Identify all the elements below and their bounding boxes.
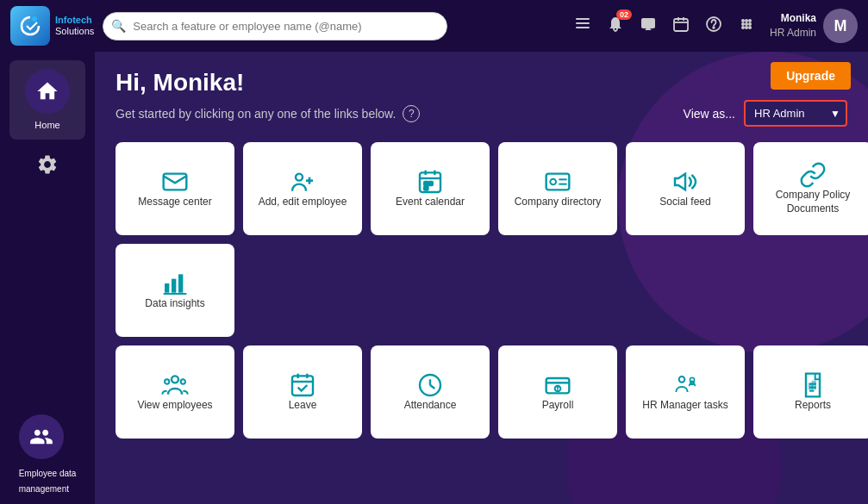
svg-point-0: [32, 16, 37, 22]
svg-point-18: [745, 26, 748, 29]
tile-label-data-insights: Data insights: [140, 297, 209, 311]
svg-rect-1: [576, 18, 590, 20]
svg-point-14: [741, 22, 745, 26]
employee-data-icon: [29, 425, 53, 449]
link-icon: [799, 161, 827, 189]
upgrade-button[interactable]: Upgrade: [771, 62, 851, 90]
home-icon-circle: [25, 69, 70, 114]
tile-label-reports: Reports: [790, 399, 836, 413]
tile-attendance[interactable]: Attendance: [371, 345, 490, 439]
sidebar-item-settings[interactable]: [29, 146, 66, 186]
notifications-icon[interactable]: 02: [606, 15, 625, 38]
logo: Infotech Solutions: [10, 6, 94, 46]
svg-rect-60: [813, 382, 815, 389]
logo-text: Infotech Solutions: [55, 15, 94, 37]
sidebar-item-employee-data[interactable]: Employee datamanagement: [19, 414, 77, 504]
megaphone-icon: [671, 168, 699, 196]
svg-rect-36: [172, 279, 176, 293]
svg-point-39: [172, 376, 178, 383]
tile-company-directory[interactable]: Company directory: [498, 142, 617, 235]
user-info: Monika HR Admin M: [770, 9, 858, 43]
search-input[interactable]: [103, 12, 447, 40]
bar-chart-icon: [161, 270, 189, 297]
sidebar-home-label: Home: [34, 119, 59, 131]
svg-point-54: [679, 376, 685, 383]
header: Infotech Solutions 🔍 02: [0, 0, 868, 52]
tiles-row-1: Message center Add, edit employee: [116, 142, 847, 235]
chat-icon[interactable]: [639, 15, 658, 38]
people-add-icon: [289, 168, 316, 196]
greeting-title: Hi, Monika!: [116, 69, 847, 96]
tile-leave[interactable]: Leave: [243, 345, 362, 439]
home-icon: [35, 79, 59, 103]
svg-rect-5: [674, 19, 688, 31]
svg-point-13: [748, 19, 752, 22]
subtitle-row: Get started by clicking on any one of th…: [116, 100, 847, 127]
tile-message-center[interactable]: Message center: [116, 142, 234, 235]
payroll-card-icon: [544, 371, 571, 399]
help-circle-icon[interactable]: ?: [403, 105, 420, 122]
svg-rect-42: [292, 376, 313, 396]
svg-rect-59: [809, 384, 812, 389]
tile-view-employees[interactable]: View employees: [116, 345, 234, 439]
svg-point-17: [741, 26, 745, 29]
tile-label-hr-manager-tasks: HR Manager tasks: [637, 399, 733, 413]
svg-point-12: [745, 19, 748, 22]
tile-event-calendar[interactable]: Event calendar: [371, 142, 490, 235]
svg-point-16: [748, 22, 752, 26]
svg-rect-37: [178, 275, 183, 293]
tiles-row-3: View employees Leave: [116, 345, 847, 439]
tile-label-company-directory: Company directory: [509, 196, 607, 209]
content-area: Hi, Monika! Get started by clicking on a…: [95, 52, 868, 504]
apps-icon[interactable]: [737, 15, 756, 38]
tile-add-edit-employee[interactable]: Add, edit employee: [243, 142, 362, 235]
tile-label-view-employees: View employees: [132, 399, 217, 413]
tile-label-event-calendar: Event calendar: [390, 196, 470, 209]
help-icon[interactable]: [704, 15, 723, 38]
avatar[interactable]: M: [823, 9, 858, 43]
settings-icon: [36, 153, 59, 176]
people-group-icon: [161, 371, 189, 399]
svg-point-11: [741, 19, 745, 22]
view-as-select[interactable]: HR Admin Employee Manager: [744, 100, 847, 127]
tile-company-policy[interactable]: Company Policy Documents: [753, 142, 868, 235]
tile-reports[interactable]: Reports: [753, 345, 868, 439]
tiles-row-2: Data insights: [116, 244, 847, 337]
svg-line-48: [430, 385, 434, 389]
view-as-select-wrapper[interactable]: HR Admin Employee Manager ▼: [744, 100, 847, 127]
subtitle-text: Get started by clicking on any one of th…: [116, 107, 396, 121]
svg-rect-35: [165, 283, 169, 293]
svg-point-19: [748, 26, 752, 29]
search-bar[interactable]: 🔍: [103, 12, 447, 40]
svg-rect-2: [576, 22, 590, 24]
list-icon[interactable]: [573, 15, 592, 38]
notification-badge: 02: [616, 9, 632, 20]
contact-card-icon: [544, 168, 571, 196]
search-icon: 🔍: [111, 19, 126, 33]
tile-label-leave: Leave: [284, 399, 322, 413]
top-right-controls: Upgrade: [771, 62, 851, 90]
main-layout: Home Employee datamanagement Hi, Monika!…: [0, 52, 868, 504]
tile-label-payroll: Payroll: [537, 399, 579, 413]
svg-rect-3: [576, 27, 590, 28]
calendar-tile-icon: [416, 168, 444, 196]
reports-doc-icon: [799, 371, 827, 399]
employee-data-icon-circle: [19, 414, 64, 459]
clock-icon: [416, 371, 444, 399]
tile-social-feed[interactable]: Social feed: [626, 142, 745, 235]
tile-label-social-feed: Social feed: [654, 196, 715, 209]
calendar-icon[interactable]: [671, 15, 690, 38]
svg-point-40: [165, 380, 169, 384]
gear-people-icon: [671, 371, 699, 399]
sidebar-item-home[interactable]: Home: [9, 60, 85, 140]
svg-point-15: [745, 22, 748, 26]
envelope-icon: [161, 168, 189, 196]
tile-hr-manager-tasks[interactable]: HR Manager tasks: [626, 345, 745, 439]
tile-payroll[interactable]: Payroll: [498, 345, 617, 439]
svg-rect-28: [424, 182, 428, 185]
tile-label-message-center: Message center: [133, 196, 216, 209]
tile-data-insights[interactable]: Data insights: [116, 244, 234, 337]
svg-point-32: [550, 179, 556, 185]
svg-rect-30: [424, 187, 428, 190]
user-text: Monika HR Admin: [770, 11, 816, 40]
